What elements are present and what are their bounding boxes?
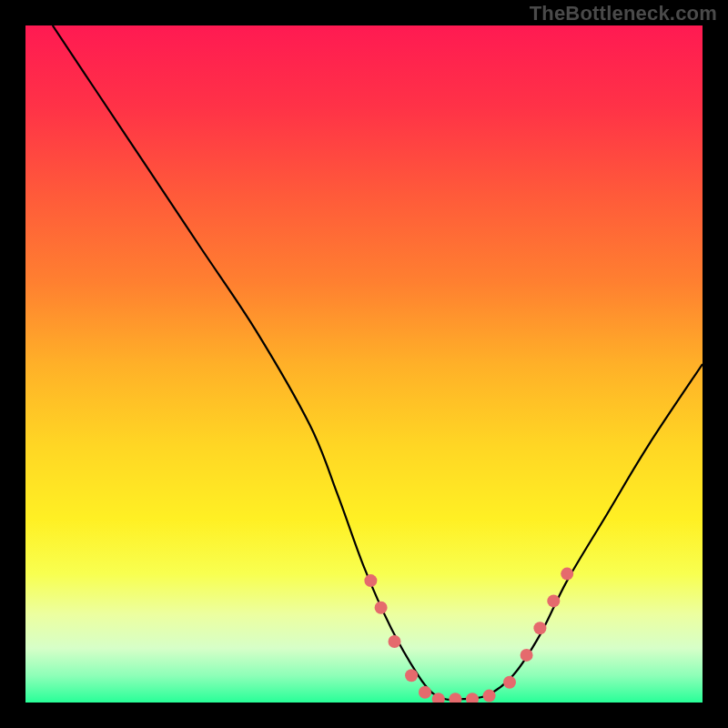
watermark-text: TheBottleneck.com — [530, 2, 717, 25]
chart-frame: TheBottleneck.com — [0, 0, 728, 728]
bottleneck-curve — [25, 25, 703, 703]
data-dot — [547, 594, 560, 607]
data-dot — [389, 635, 401, 648]
data-dot — [364, 574, 377, 587]
data-dot — [405, 669, 418, 682]
data-dot — [375, 602, 388, 614]
data-dot — [449, 693, 461, 703]
data-dot — [521, 649, 533, 662]
data-dot — [533, 622, 546, 634]
plot-area — [25, 25, 703, 703]
data-dot — [503, 676, 516, 689]
data-dot — [466, 693, 479, 703]
data-dot — [483, 690, 496, 703]
data-dot — [419, 686, 431, 699]
data-dot — [561, 568, 573, 581]
